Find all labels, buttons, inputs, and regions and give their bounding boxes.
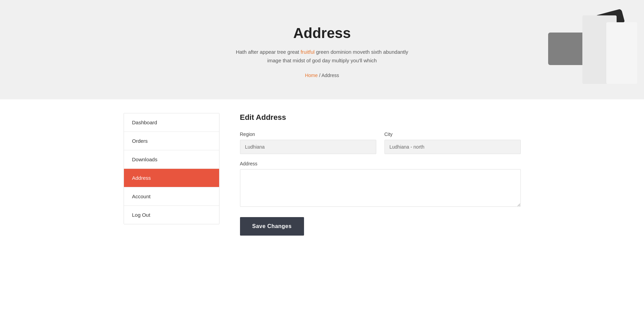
region-input[interactable]	[240, 140, 376, 154]
sidebar-item-orders[interactable]: Orders	[124, 132, 219, 150]
region-city-row: Region City	[240, 131, 521, 154]
main-content: Dashboard Orders Downloads Address Accou…	[83, 113, 562, 236]
sidebar-label-downloads: Downloads	[132, 156, 157, 162]
sidebar: Dashboard Orders Downloads Address Accou…	[124, 113, 219, 224]
page-title: Address	[293, 25, 351, 41]
breadcrumb-current: Address	[321, 73, 339, 78]
sidebar-item-dashboard[interactable]: Dashboard	[124, 113, 219, 132]
address-textarea[interactable]	[240, 169, 521, 207]
city-group: City	[384, 131, 521, 154]
white-pants-decoration	[606, 22, 637, 84]
sidebar-item-address[interactable]: Address	[124, 169, 219, 187]
sidebar-label-address: Address	[132, 175, 151, 181]
sidebar-label-account: Account	[132, 193, 151, 199]
hero-image	[514, 0, 644, 99]
sidebar-item-account[interactable]: Account	[124, 187, 219, 206]
sidebar-item-logout[interactable]: Log Out	[124, 206, 219, 224]
region-group: Region	[240, 131, 376, 154]
address-label: Address	[240, 161, 521, 166]
region-label: Region	[240, 131, 376, 137]
city-input[interactable]	[384, 140, 521, 154]
edit-address-form: Edit Address Region City Address Save Ch…	[240, 113, 521, 236]
city-label: City	[384, 131, 521, 137]
hero-section: Address Hath after appear tree great fru…	[0, 0, 644, 99]
sidebar-label-logout: Log Out	[132, 212, 150, 218]
breadcrumb-home[interactable]: Home	[305, 73, 318, 78]
sidebar-item-downloads[interactable]: Downloads	[124, 150, 219, 169]
sidebar-label-dashboard: Dashboard	[132, 120, 157, 125]
breadcrumb-separator: /	[319, 73, 321, 78]
form-title: Edit Address	[240, 113, 521, 122]
breadcrumb: Home / Address	[305, 73, 339, 78]
sidebar-label-orders: Orders	[132, 138, 148, 144]
address-group: Address	[240, 161, 521, 207]
save-changes-button[interactable]: Save Changes	[240, 217, 304, 236]
hero-description: Hath after appear tree great fruitful gr…	[236, 48, 408, 65]
